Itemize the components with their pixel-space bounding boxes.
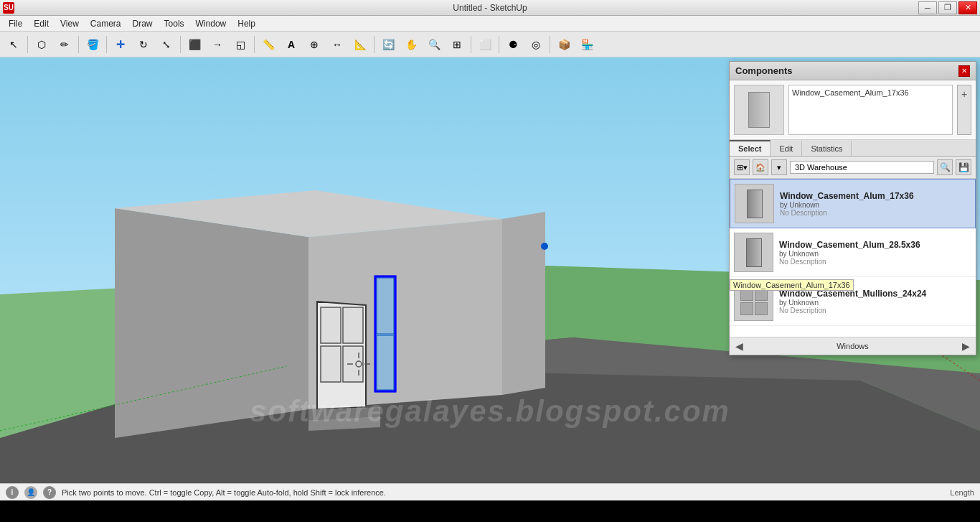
orbit-tool[interactable]: 🔄	[377, 34, 399, 55]
title-bar: SU Untitled - SketchUp ─ ❐ ✕	[0, 0, 980, 16]
component-list[interactable]: Window_Casement_Alum_17x36 by Unknown No…	[730, 179, 976, 337]
toolbar: ↖ ⬡ ✏ 🪣 ✛ ↻ ⤡ ⬛ → ◱ 📏 A ⊕ ↔ 📐 🔄 ✋ 🔍 ⊞ ⬜ …	[0, 32, 980, 57]
save-collection-button[interactable]: 💾	[956, 159, 971, 175]
viewport[interactable]: softwaregalayes.blogspot.com Components …	[0, 57, 980, 500]
walk-tool[interactable]: ⚈	[502, 34, 524, 55]
footer-nav-right-button[interactable]: ▶	[962, 340, 970, 352]
tab-select[interactable]: Select	[730, 140, 771, 156]
home-button[interactable]: 🏠	[753, 159, 768, 175]
pushpull-tool[interactable]: ⬛	[184, 34, 205, 55]
component-item-3[interactable]: Window_Casement_Mullions_24x24 by Unknow…	[730, 277, 976, 326]
window-title: Untitled - SketchUp	[453, 3, 527, 13]
minimize-button[interactable]: ─	[918, 1, 937, 14]
menu-bar: File Edit View Camera Draw Tools Window …	[0, 16, 980, 32]
menu-tools[interactable]: Tools	[159, 17, 190, 30]
tape-tool[interactable]: 📏	[258, 34, 279, 55]
components-tool[interactable]: 📦	[553, 34, 575, 55]
svg-rect-9	[321, 307, 341, 343]
menu-file[interactable]: File	[3, 17, 28, 30]
preview-thumb-image	[748, 92, 770, 128]
svg-rect-11	[343, 307, 363, 343]
toolbar-sep-7	[471, 36, 471, 53]
comp-thumb-3	[734, 281, 773, 321]
menu-camera[interactable]: Camera	[85, 17, 127, 30]
menu-edit[interactable]: Edit	[28, 17, 55, 30]
toolbar-sep-6	[374, 36, 374, 53]
panel-titlebar: Components ✕	[730, 62, 976, 80]
sectionplane-tool[interactable]: ⬜	[474, 34, 496, 55]
toolbar-sep-9	[550, 36, 550, 53]
app-icon: SU	[3, 2, 14, 14]
svg-marker-7	[502, 212, 545, 395]
offset-tool[interactable]: ◱	[230, 34, 251, 55]
comp-name-1: Window_Casement_Alum_17x36	[780, 191, 971, 201]
nav-dropdown-button[interactable]: ▾	[771, 159, 787, 175]
components-panel: Components ✕ Window_Casement_Alum_17x36 …	[729, 61, 976, 355]
move-tool[interactable]: ✛	[110, 34, 131, 55]
axes-tool[interactable]: ⊕	[303, 34, 325, 55]
svg-marker-4	[115, 208, 308, 438]
toolbar-sep-8	[499, 36, 499, 53]
help-icon[interactable]: ?	[43, 486, 56, 499]
scale-tool[interactable]: ⤡	[156, 34, 177, 55]
comp-by-1: by Unknown	[780, 201, 971, 209]
comp-info-3: Window_Casement_Mullions_24x24 by Unknow…	[779, 289, 971, 314]
status-bar: i 👤 ? Pick two points to move. Ctrl = to…	[0, 483, 980, 500]
user-icon[interactable]: 👤	[24, 486, 37, 499]
footer-category-label: Windows	[837, 342, 869, 350]
add-to-model-button[interactable]: +	[957, 85, 971, 135]
info-icon[interactable]: i	[6, 486, 19, 499]
warehouse-tool[interactable]: 🏪	[576, 34, 598, 55]
svg-rect-17	[377, 335, 394, 390]
title-bar-controls: ─ ❐ ✕	[918, 1, 977, 14]
search-button[interactable]: 🔍	[937, 159, 953, 175]
protractor-tool[interactable]: 📐	[349, 34, 371, 55]
toolbar-sep-5	[254, 36, 255, 53]
toolbar-sep-4	[180, 36, 181, 53]
lookaround-tool[interactable]: ◎	[525, 34, 547, 55]
zoom-tool[interactable]: 🔍	[423, 34, 445, 55]
pan-tool[interactable]: ✋	[400, 34, 422, 55]
comp-by-3: by Unknown	[779, 299, 971, 307]
comp-info-2: Window_Casement_Alum_28.5x36 by Unknown …	[779, 240, 971, 266]
pencil-tool[interactable]: ✏	[54, 34, 75, 55]
close-button[interactable]: ✕	[958, 1, 977, 14]
comp-name-2: Window_Casement_Alum_28.5x36	[779, 240, 971, 250]
zoomextents-tool[interactable]: ⊞	[446, 34, 468, 55]
comp-thumb-2	[734, 233, 773, 272]
tab-edit[interactable]: Edit	[771, 140, 802, 156]
title-bar-left: SU	[3, 2, 14, 14]
toolbar-sep-2	[78, 36, 79, 53]
followme-tool[interactable]: →	[207, 34, 228, 55]
svg-rect-10	[321, 346, 341, 382]
tab-statistics[interactable]: Statistics	[802, 140, 852, 156]
eraser-tool[interactable]: ⬡	[31, 34, 52, 55]
dimension-tool[interactable]: ↔	[326, 34, 348, 55]
comp-thumb-image-3	[740, 288, 768, 315]
comp-thumb-1	[735, 184, 774, 223]
comp-thumb-image-2	[746, 238, 762, 267]
menu-help[interactable]: Help	[232, 17, 261, 30]
preview-thumbnail	[734, 85, 784, 135]
menu-draw[interactable]: Draw	[127, 17, 159, 30]
panel-tabs: Select Edit Statistics	[730, 140, 976, 157]
panel-close-button[interactable]: ✕	[958, 65, 970, 77]
svg-point-27	[541, 243, 548, 250]
text-tool[interactable]: A	[281, 34, 302, 55]
comp-by-2: by Unknown	[779, 250, 971, 258]
restore-button[interactable]: ❐	[938, 1, 957, 14]
comp-thumb-image-1	[747, 190, 763, 218]
select-tool[interactable]: ↖	[3, 34, 24, 55]
comp-name-3: Window_Casement_Mullions_24x24	[779, 289, 971, 299]
footer-nav-left-button[interactable]: ◀	[735, 340, 743, 352]
paint-tool[interactable]: 🪣	[82, 34, 103, 55]
panel-footer: ◀ Windows ▶	[730, 337, 976, 355]
component-item-1[interactable]: Window_Casement_Alum_17x36 by Unknown No…	[730, 179, 976, 228]
toolbar-sep-1	[27, 36, 28, 53]
component-item-2[interactable]: Window_Casement_Alum_28.5x36 by Unknown …	[730, 228, 976, 277]
menu-window[interactable]: Window	[190, 17, 232, 30]
search-source-input[interactable]	[790, 161, 934, 174]
menu-view[interactable]: View	[55, 17, 85, 30]
view-toggle-button[interactable]: ⊞▾	[734, 159, 750, 175]
rotate-tool[interactable]: ↻	[133, 34, 154, 55]
